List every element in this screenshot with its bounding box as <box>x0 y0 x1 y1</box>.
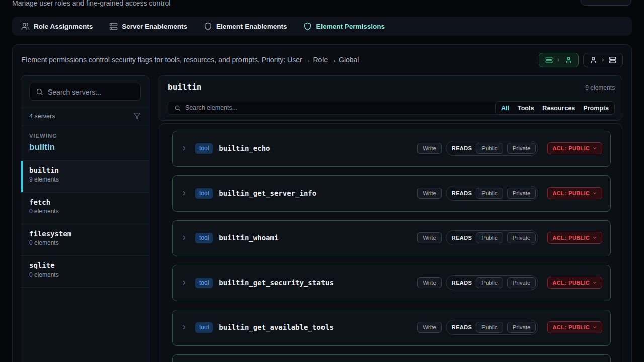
tab-label: Element Enablements <box>216 23 287 30</box>
filter-tab-prompts[interactable]: Prompts <box>583 105 609 112</box>
element-filter-tabs: All Tools Resources Prompts <box>495 101 615 115</box>
reads-label: READS <box>452 324 472 330</box>
reads-label: READS <box>452 145 472 151</box>
server-count-label: 4 servers <box>29 113 55 120</box>
server-element-count: 9 elements <box>29 176 141 183</box>
server-name: fetch <box>29 198 141 206</box>
chevron-right-icon[interactable] <box>181 190 188 197</box>
element-row-builtin-get-security-status: tool builtin_get_security_status Write R… <box>172 265 611 301</box>
tab-server-enablements[interactable]: Server Enablements <box>109 22 187 31</box>
reads-label: READS <box>452 280 472 286</box>
sidebar-item-fetch[interactable]: fetch 0 elements <box>21 193 149 224</box>
acl-label: ACL: PUBLIC <box>552 280 590 286</box>
element-name: builtin_get_server_info <box>219 189 316 197</box>
write-toggle-button[interactable]: Write <box>417 232 442 243</box>
element-name: builtin_whoami <box>219 234 278 242</box>
search-icon <box>36 88 43 96</box>
server-element-count: 0 elements <box>29 271 141 278</box>
reads-public-button[interactable]: Public <box>476 322 503 333</box>
element-search-input[interactable] <box>185 104 496 111</box>
tab-label: Server Enablements <box>122 23 187 30</box>
element-type-badge: tool <box>195 143 213 154</box>
write-toggle-button[interactable]: Write <box>417 188 442 199</box>
server-elements-header: builtin 9 elements All Tools Resources P… <box>158 75 622 121</box>
chevron-down-icon <box>592 191 597 196</box>
chevron-down-icon <box>592 280 597 285</box>
write-toggle-button[interactable]: Write <box>417 143 442 154</box>
tab-label: Element Permissions <box>316 23 385 30</box>
view-toggles <box>539 53 623 67</box>
chevron-right-icon <box>556 58 561 62</box>
filter-tab-all[interactable]: All <box>501 105 509 112</box>
reads-public-button[interactable]: Public <box>476 188 503 199</box>
acl-label: ACL: PUBLIC <box>552 324 590 330</box>
chevron-right-icon[interactable] <box>181 324 188 331</box>
sidebar-item-filesystem[interactable]: filesystem 0 elements <box>21 224 149 256</box>
sidebar-item-sqlite[interactable]: sqlite 0 elements <box>21 256 149 288</box>
acl-dropdown[interactable]: ACL: PUBLIC <box>547 187 602 199</box>
element-count-label: 9 elements <box>585 84 615 92</box>
server-sidebar: 4 servers VIEWING builtin builtin 9 elem… <box>21 75 149 362</box>
server-name: builtin <box>29 166 141 174</box>
chevron-right-icon[interactable] <box>181 279 188 286</box>
tab-element-permissions[interactable]: Element Permissions <box>303 22 385 31</box>
reads-public-button[interactable]: Public <box>476 143 503 154</box>
filter-tab-tools[interactable]: Tools <box>518 105 534 112</box>
server-icon <box>609 56 616 64</box>
chevron-right-icon[interactable] <box>181 234 188 241</box>
server-name: sqlite <box>29 261 141 269</box>
server-element-count: 0 elements <box>29 239 141 246</box>
element-row-builtin-get-server-info: tool builtin_get_server_info Write READS… <box>172 175 611 212</box>
panel-description: Element permissions control security fla… <box>21 56 359 64</box>
reads-group: READS Public Private <box>446 230 539 245</box>
header-action-button[interactable] <box>581 0 631 6</box>
element-type-badge: tool <box>195 322 213 333</box>
element-row-builtin-get-available-tools: tool builtin_get_available_tools Write R… <box>172 310 611 346</box>
reads-private-button[interactable]: Private <box>507 322 536 333</box>
element-row-builtin-echo: tool builtin_echo Write READS Public Pri… <box>172 131 611 167</box>
user-icon <box>590 56 597 64</box>
reads-group: READS Public Private <box>446 141 539 156</box>
acl-dropdown[interactable]: ACL: PUBLIC <box>547 232 602 244</box>
reads-public-button[interactable]: Public <box>476 277 503 288</box>
element-search[interactable] <box>168 101 502 115</box>
acl-dropdown[interactable]: ACL: PUBLIC <box>547 321 602 333</box>
reads-label: READS <box>452 190 472 196</box>
acl-dropdown[interactable]: ACL: PUBLIC <box>547 142 602 154</box>
reads-private-button[interactable]: Private <box>507 143 536 154</box>
tab-element-enablements[interactable]: Element Enablements <box>204 22 287 31</box>
acl-label: ACL: PUBLIC <box>552 190 590 196</box>
element-row-builtin-whoami: tool builtin_whoami Write READS Public P… <box>172 220 611 256</box>
tab-role-assignments[interactable]: Role Assignments <box>21 22 93 31</box>
view-toggle-server-then-user[interactable] <box>539 53 579 67</box>
element-type-badge: tool <box>195 278 213 288</box>
server-name: filesystem <box>29 230 141 238</box>
selected-server-title: builtin <box>168 82 201 92</box>
server-element-count: 0 elements <box>29 208 141 215</box>
write-toggle-button[interactable]: Write <box>417 277 442 288</box>
write-toggle-button[interactable]: Write <box>417 322 442 333</box>
reads-private-button[interactable]: Private <box>507 188 536 199</box>
reads-private-button[interactable]: Private <box>507 277 536 288</box>
acl-label: ACL: PUBLIC <box>552 235 590 241</box>
users-icon <box>21 22 30 31</box>
sidebar-item-builtin[interactable]: builtin 9 elements <box>21 161 149 193</box>
reads-public-button[interactable]: Public <box>476 232 503 243</box>
viewing-label: VIEWING <box>29 133 141 139</box>
acl-dropdown[interactable]: ACL: PUBLIC <box>547 277 602 289</box>
reads-private-button[interactable]: Private <box>507 232 536 243</box>
server-search[interactable] <box>29 83 141 101</box>
filter-icon[interactable] <box>133 112 141 120</box>
element-name: builtin_echo <box>219 144 270 152</box>
user-icon <box>565 56 572 64</box>
nav-tabbar: Role Assignments Server Enablements Elem… <box>12 17 632 36</box>
tab-label: Role Assignments <box>34 23 93 30</box>
chevron-right-icon <box>601 58 605 62</box>
filter-tab-resources[interactable]: Resources <box>542 105 575 112</box>
view-toggle-user-then-server[interactable] <box>583 53 623 67</box>
shield-icon <box>303 22 312 31</box>
shield-icon <box>204 22 212 31</box>
page-subtitle: Manage user roles and fine-grained acces… <box>12 0 170 7</box>
server-search-input[interactable] <box>48 88 134 96</box>
chevron-right-icon[interactable] <box>181 145 188 152</box>
